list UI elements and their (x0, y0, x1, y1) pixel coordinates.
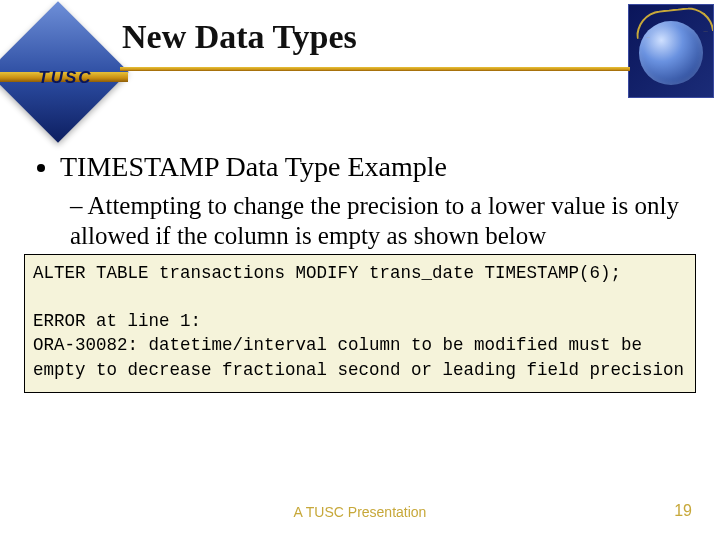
code-block: ALTER TABLE transactions MODIFY trans_da… (24, 254, 696, 393)
content-area: TIMESTAMP Data Type Example Attempting t… (40, 150, 680, 250)
brand-logo: TUSC (8, 22, 108, 122)
page-number: 19 (674, 502, 692, 520)
brand-text: TUSC (28, 68, 103, 88)
title-underline (120, 67, 630, 71)
slide-title: New Data Types (122, 18, 357, 56)
footer-text: A TUSC Presentation (0, 504, 720, 520)
globe-icon (628, 4, 714, 98)
slide: TUSC New Data Types TIMESTAMP Data Type … (0, 0, 720, 540)
bullet-sub: Attempting to change the precision to a … (70, 191, 680, 250)
bullet-main: TIMESTAMP Data Type Example (60, 150, 680, 183)
